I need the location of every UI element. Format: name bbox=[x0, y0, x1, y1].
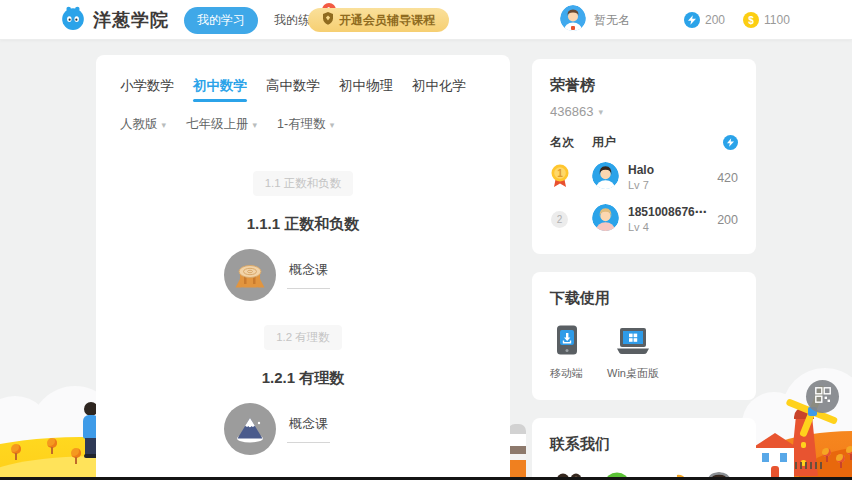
leaderboard-row[interactable]: 1 Halo Lv 7 bbox=[550, 162, 738, 193]
header-nav: 我的学习 我的练习 1 bbox=[184, 0, 326, 40]
leader-score: 420 bbox=[717, 171, 738, 185]
rank-column-label: 名次 bbox=[550, 134, 592, 151]
lesson-type-label[interactable]: 概念课 bbox=[287, 415, 330, 443]
lesson-item[interactable]: 概念课 bbox=[94, 249, 460, 301]
energy-stat[interactable]: 200 bbox=[684, 12, 725, 28]
sidebar: 荣誉榜 436863 ▾ 名次 用户 bbox=[532, 59, 756, 480]
windows-desktop-icon bbox=[615, 341, 651, 358]
download-title: 下载使用 bbox=[550, 289, 738, 308]
mountain-icon[interactable] bbox=[224, 403, 276, 455]
phone-download-icon bbox=[556, 341, 578, 358]
user-avatar bbox=[560, 5, 586, 35]
tree-trunk-illustration bbox=[508, 424, 526, 478]
lightning-icon bbox=[684, 12, 700, 28]
brand[interactable]: 洋葱学院 bbox=[60, 0, 169, 40]
energy-value: 200 bbox=[705, 13, 725, 27]
tab-primary-math[interactable]: 小学数学 bbox=[120, 78, 174, 93]
vip-shield-icon bbox=[322, 12, 334, 28]
fence-illustration bbox=[795, 462, 822, 469]
leader-level: Lv 4 bbox=[628, 220, 707, 234]
brand-name: 洋葱学院 bbox=[93, 8, 169, 32]
nav-my-learning[interactable]: 我的学习 bbox=[184, 7, 258, 34]
contact-card: 联系我们 bbox=[532, 418, 756, 480]
download-mobile-label: 移动端 bbox=[550, 366, 583, 381]
honor-board-title: 荣誉榜 bbox=[550, 76, 738, 95]
course-filters: 人教版▾ 七年级上册▾ 1-有理数▾ bbox=[120, 116, 486, 133]
tree-illustration bbox=[46, 438, 58, 454]
coin-value: 1100 bbox=[764, 13, 790, 27]
stump-icon[interactable] bbox=[224, 249, 276, 301]
filter-chapter[interactable]: 1-有理数▾ bbox=[277, 116, 334, 133]
qr-code-icon bbox=[815, 387, 831, 407]
subject-tabs: 小学数学 初中数学 高中数学 初中物理 初中化学 bbox=[120, 55, 486, 93]
chevron-down-icon: ▾ bbox=[162, 120, 167, 130]
leader-avatar bbox=[592, 204, 619, 235]
coin-icon: $ bbox=[743, 12, 759, 28]
rank-number: 2 bbox=[551, 211, 568, 228]
tab-high-math[interactable]: 高中数学 bbox=[266, 78, 320, 93]
page: 洋葱学院 我的学习 我的练习 1 开通会员辅导课程 bbox=[0, 0, 852, 480]
tree-illustration bbox=[70, 448, 82, 464]
download-windows[interactable]: Win桌面版 bbox=[607, 328, 659, 381]
qr-code-fab[interactable] bbox=[806, 380, 839, 413]
gold-medal-icon: 1 bbox=[550, 164, 570, 191]
download-mobile[interactable]: 移动端 bbox=[550, 325, 583, 381]
course-panel: 小学数学 初中数学 高中数学 初中物理 初中化学 人教版▾ 七年级上册▾ 1-有… bbox=[96, 55, 510, 480]
lesson-title: 1.2.1 有理数 bbox=[120, 369, 486, 388]
leader-score: 200 bbox=[717, 213, 738, 227]
lightning-icon bbox=[723, 135, 738, 150]
flower-illustration bbox=[822, 448, 831, 462]
leader-avatar bbox=[592, 162, 619, 193]
tab-middle-chemistry[interactable]: 初中化学 bbox=[412, 78, 466, 93]
lesson-list: 1.1 正数和负数 1.1.1 正数和负数 概念课 bbox=[120, 133, 486, 480]
chevron-down-icon: ▾ bbox=[598, 107, 603, 117]
leader-name: 1851008676⋯ bbox=[628, 205, 707, 219]
header-stats: 200 $ 1100 bbox=[684, 0, 790, 40]
house-illustration bbox=[752, 433, 798, 479]
tree-illustration bbox=[10, 444, 22, 460]
coin-stat[interactable]: $ 1100 bbox=[743, 12, 790, 28]
lesson-type-label[interactable]: 概念课 bbox=[287, 261, 330, 289]
download-windows-label: Win桌面版 bbox=[607, 366, 659, 381]
onion-logo-icon bbox=[60, 5, 86, 35]
leader-level: Lv 7 bbox=[628, 178, 654, 192]
flower-illustration bbox=[846, 446, 852, 460]
filter-textbook[interactable]: 人教版▾ bbox=[120, 116, 166, 133]
chevron-down-icon: ▾ bbox=[330, 120, 335, 130]
user-name: 暂无名 bbox=[594, 12, 630, 29]
lesson-item[interactable]: 概念课 bbox=[94, 403, 460, 455]
header-user[interactable]: 暂无名 bbox=[560, 0, 630, 40]
leaderboard-header: 名次 用户 bbox=[550, 134, 738, 151]
tab-middle-math[interactable]: 初中数学 bbox=[193, 78, 247, 93]
filter-grade[interactable]: 七年级上册▾ bbox=[186, 116, 257, 133]
leaderboard-row[interactable]: 2 1851008676⋯ Lv 4 bbox=[550, 204, 738, 235]
leader-name: Halo bbox=[628, 163, 654, 177]
class-selector[interactable]: 436863 ▾ bbox=[550, 104, 738, 119]
vip-button[interactable]: 开通会员辅导课程 bbox=[308, 8, 449, 32]
section-badge: 1.1 正数和负数 bbox=[253, 171, 354, 196]
vip-button-label: 开通会员辅导课程 bbox=[339, 12, 435, 29]
user-column-label: 用户 bbox=[592, 134, 616, 151]
class-id: 436863 bbox=[550, 104, 593, 119]
flower-illustration bbox=[836, 454, 845, 468]
app-header: 洋葱学院 我的学习 我的练习 1 开通会员辅导课程 bbox=[0, 0, 852, 40]
rank-number: 1 bbox=[550, 168, 570, 179]
tab-middle-physics[interactable]: 初中物理 bbox=[339, 78, 393, 93]
download-card: 下载使用 移动端 bbox=[532, 272, 756, 400]
chevron-down-icon: ▾ bbox=[253, 120, 258, 130]
contact-title: 联系我们 bbox=[550, 435, 738, 454]
section-badge: 1.2 有理数 bbox=[264, 325, 342, 350]
honor-board-card: 荣誉榜 436863 ▾ 名次 用户 bbox=[532, 59, 756, 254]
lesson-title: 1.1.1 正数和负数 bbox=[120, 215, 486, 234]
